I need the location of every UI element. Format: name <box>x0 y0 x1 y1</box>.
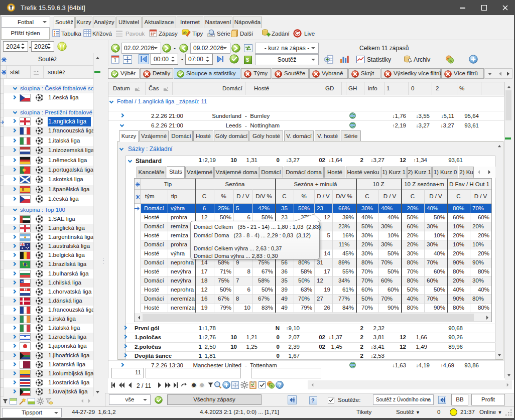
svg-text:ab: ab <box>183 31 187 34</box>
svg-text:$: $ <box>450 59 452 63</box>
svg-text:?: ? <box>278 382 282 388</box>
svg-text:1: 1 <box>114 58 117 63</box>
